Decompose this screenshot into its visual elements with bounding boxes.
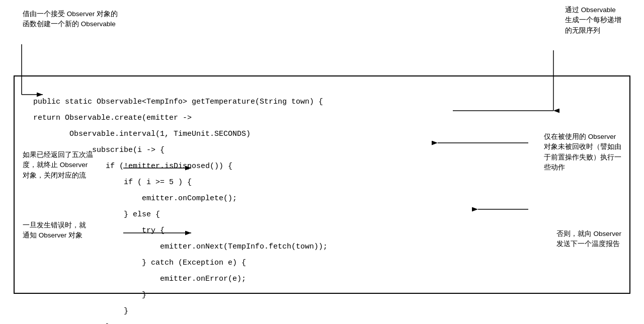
annotation-bottom-left: 一旦发生错误时，就 通知 Observer 对象 [23,220,86,241]
main-container: public static Observable<TempInfo> getTe… [0,0,644,324]
annotation-mid-left: 如果已经返回了五次温 度，就终止 Observer 对象，关闭对应的流 [23,150,93,181]
code-line-7: emitter.onComplete(); [15,194,237,203]
code-line-3: Observable.interval(1, TimeUnit.SECONDS) [15,130,251,138]
annotation-top-right: 通过 Observable 生成一个每秒递增 的无限序列 [565,5,621,36]
annotation-top-left: 借由一个接受 Observer 对象的 函数创建一个新的 Observable [23,9,118,30]
code-block: public static Observable<TempInfo> getTe… [15,78,629,324]
code-line-11: } catch (Exception e) { [15,259,246,267]
annotation-bottom-right: 否则，就向 Observer 发送下一个温度报告 [556,229,621,250]
code-line-12: emitter.onError(e); [15,275,246,283]
code-line-10: emitter.onNext(TempInfo.fetch(town)); [15,242,328,251]
code-line-13: } [15,291,146,299]
code-line-2: return Observable.create(emitter -> [15,114,192,122]
code-line-1: public static Observable<TempInfo> getTe… [33,98,323,106]
code-line-14: } [15,307,128,315]
annotation-mid-right: 仅在被使用的 Observer 对象未被回收时（譬如由 于前置操作失败）执行一 … [544,132,621,173]
code-line-8: } else { [15,210,160,219]
